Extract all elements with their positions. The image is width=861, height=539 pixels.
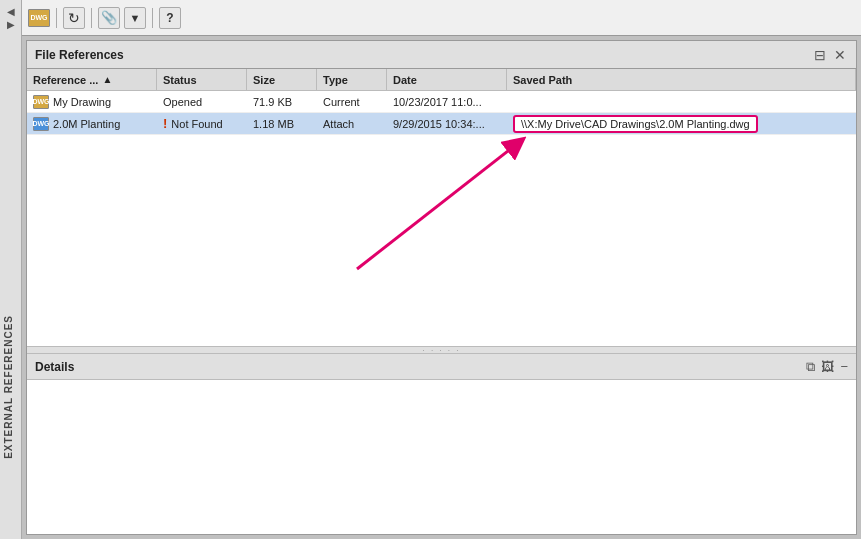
- saved-path-highlight: \\X:My Drive\CAD Drawings\2.0M Planting.…: [513, 115, 758, 133]
- file-references-panel: Reference ... ▲ Status Size Type Date Sa…: [27, 69, 856, 346]
- panel-divider[interactable]: · · · · ·: [27, 346, 856, 354]
- table-body: DWG My Drawing Opened 71.9 KB Current 10…: [27, 91, 856, 346]
- sidebar-collapse-left[interactable]: ◀: [7, 6, 15, 17]
- cell-reference-2: DWG 2.0M Planting: [27, 113, 157, 134]
- cell-status-2: ! Not Found: [157, 113, 247, 134]
- col-header-size[interactable]: Size: [247, 69, 317, 90]
- cell-date-2: 9/29/2015 10:34:...: [387, 113, 507, 134]
- sidebar-collapse-right[interactable]: ▶: [7, 19, 15, 30]
- details-body: [27, 380, 856, 534]
- toolbar-btn-extra[interactable]: ▼: [124, 7, 146, 29]
- toolbar-separator-1: [56, 8, 57, 28]
- file-icon-dwg-yellow: DWG: [33, 95, 49, 109]
- col-header-reference[interactable]: Reference ... ▲: [27, 69, 157, 90]
- col-header-status[interactable]: Status: [157, 69, 247, 90]
- details-panel: Details ⧉ 🖼 −: [27, 354, 856, 534]
- col-header-date[interactable]: Date: [387, 69, 507, 90]
- toolbar-separator-2: [91, 8, 92, 28]
- cell-size-2: 1.18 MB: [247, 113, 317, 134]
- table-row[interactable]: DWG 2.0M Planting ! Not Found 1.18 MB At…: [27, 113, 856, 135]
- col-header-type[interactable]: Type: [317, 69, 387, 90]
- cell-saved-path-2: \\X:My Drive\CAD Drawings\2.0M Planting.…: [507, 113, 856, 134]
- refresh-button[interactable]: ↻: [63, 7, 85, 29]
- cell-saved-path-1: [507, 91, 856, 112]
- cell-type-2: Attach: [317, 113, 387, 134]
- attach-button[interactable]: 📎: [98, 7, 120, 29]
- help-button[interactable]: ?: [159, 7, 181, 29]
- toolbar-separator-3: [152, 8, 153, 28]
- file-references-header: File References ⊟ ✕: [27, 41, 856, 69]
- file-references-title: File References: [35, 48, 124, 62]
- table-header: Reference ... ▲ Status Size Type Date Sa…: [27, 69, 856, 91]
- panel-list-icon[interactable]: ⊟: [812, 47, 828, 63]
- col-header-saved-path[interactable]: Saved Path: [507, 69, 856, 90]
- cell-date-1: 10/23/2017 11:0...: [387, 91, 507, 112]
- details-icon-image[interactable]: 🖼: [821, 359, 834, 375]
- external-references-label: EXTERNAL REFERENCES: [3, 315, 14, 459]
- details-icon-copy[interactable]: ⧉: [806, 359, 815, 375]
- details-header: Details ⧉ 🖼 −: [27, 354, 856, 380]
- details-icon-minimize[interactable]: −: [840, 359, 848, 375]
- cell-status-1: Opened: [157, 91, 247, 112]
- file-icon-dwg-blue: DWG: [33, 117, 49, 131]
- toolbar: DWG ↻ 📎 ▼ ?: [22, 0, 861, 36]
- cell-size-1: 71.9 KB: [247, 91, 317, 112]
- table-row[interactable]: DWG My Drawing Opened 71.9 KB Current 10…: [27, 91, 856, 113]
- details-title: Details: [35, 360, 74, 374]
- cell-type-1: Current: [317, 91, 387, 112]
- panel-close-icon[interactable]: ✕: [832, 47, 848, 63]
- dwg-icon: DWG: [28, 9, 50, 27]
- cell-reference-1: DWG My Drawing: [27, 91, 157, 112]
- warning-icon: !: [163, 116, 167, 131]
